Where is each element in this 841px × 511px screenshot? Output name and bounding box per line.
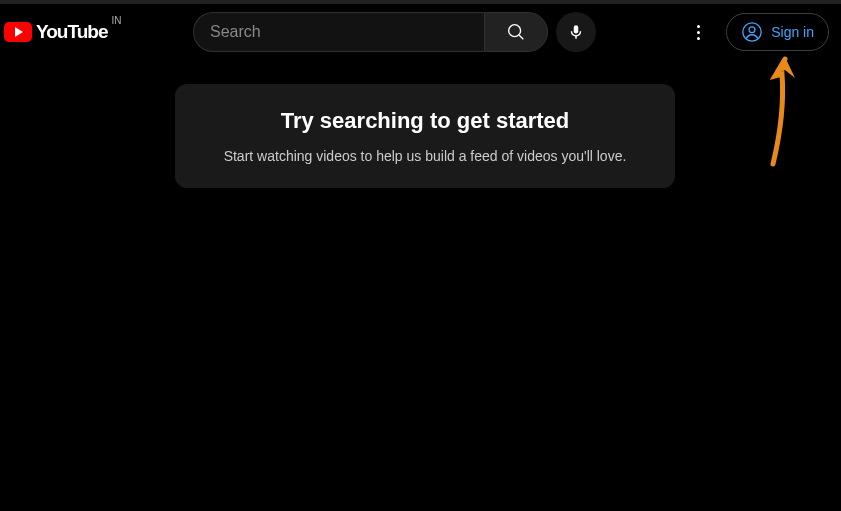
- header: YouTube IN Sign in: [0, 4, 841, 60]
- voice-search-button[interactable]: [556, 12, 596, 52]
- signin-button[interactable]: Sign in: [726, 13, 829, 51]
- logo-region[interactable]: YouTube IN: [4, 21, 121, 43]
- search-icon: [505, 21, 527, 43]
- youtube-wordmark: YouTube: [36, 21, 107, 43]
- header-right: Sign in: [678, 12, 829, 52]
- more-options-button[interactable]: [678, 12, 718, 52]
- search-input[interactable]: [210, 23, 468, 41]
- search-button[interactable]: [484, 12, 548, 52]
- annotation-arrow-icon: [765, 54, 805, 174]
- svg-point-3: [749, 27, 755, 33]
- svg-line-1: [519, 35, 523, 39]
- user-icon: [741, 21, 763, 43]
- empty-state-title: Try searching to get started: [195, 108, 655, 134]
- microphone-icon: [567, 23, 585, 41]
- svg-point-0: [509, 25, 521, 37]
- search-box[interactable]: [193, 12, 484, 52]
- signin-label: Sign in: [771, 24, 814, 40]
- play-triangle-icon: [15, 27, 23, 37]
- empty-state-card: Try searching to get started Start watch…: [175, 84, 675, 188]
- youtube-play-icon: [4, 22, 32, 42]
- country-code: IN: [111, 15, 121, 26]
- kebab-icon: [697, 25, 700, 40]
- youtube-logo: YouTube: [4, 21, 107, 43]
- search-region: [193, 12, 596, 52]
- empty-state-subtitle: Start watching videos to help us build a…: [195, 148, 655, 164]
